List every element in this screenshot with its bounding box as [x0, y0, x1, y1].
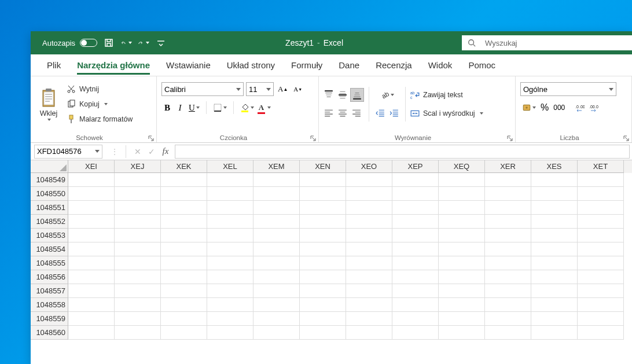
row-header[interactable]: 1048554: [31, 242, 68, 256]
decrease-font-button[interactable]: A▼: [292, 82, 304, 96]
cell[interactable]: [300, 229, 346, 242]
cell[interactable]: [68, 298, 115, 312]
cell[interactable]: [68, 173, 115, 187]
cell[interactable]: [207, 229, 253, 242]
cell[interactable]: [531, 215, 578, 229]
cell[interactable]: [300, 256, 346, 270]
cell[interactable]: [68, 284, 115, 298]
cell[interactable]: [161, 187, 207, 201]
cell[interactable]: [485, 242, 531, 256]
select-all-corner[interactable]: [31, 160, 68, 173]
cell[interactable]: [439, 326, 485, 340]
copy-button[interactable]: Kopiuj: [67, 98, 133, 111]
cell[interactable]: [531, 187, 578, 201]
align-center-button[interactable]: [336, 106, 349, 120]
row-header[interactable]: 1048560: [31, 326, 68, 340]
cell[interactable]: [161, 215, 207, 229]
cell[interactable]: [300, 187, 346, 201]
cell[interactable]: [346, 173, 392, 187]
cell[interactable]: [68, 201, 115, 215]
comma-style-button[interactable]: 000: [552, 101, 567, 115]
underline-button[interactable]: U: [187, 101, 201, 115]
column-header[interactable]: XES: [531, 160, 578, 173]
cell[interactable]: [207, 215, 253, 229]
cell[interactable]: [531, 173, 578, 187]
cell[interactable]: [68, 312, 115, 326]
undo-button[interactable]: [120, 37, 132, 49]
cell[interactable]: [253, 270, 300, 284]
cell[interactable]: [392, 256, 439, 270]
cell[interactable]: [115, 326, 161, 340]
cell[interactable]: [300, 201, 346, 215]
cell[interactable]: [439, 242, 485, 256]
font-size-combo[interactable]: 11: [246, 82, 274, 96]
cell[interactable]: [392, 284, 439, 298]
clipboard-launcher[interactable]: [148, 133, 155, 140]
cell[interactable]: [578, 284, 624, 298]
row-header[interactable]: 1048557: [31, 284, 68, 298]
cell[interactable]: [392, 173, 439, 187]
cut-button[interactable]: Wytnij: [67, 83, 133, 95]
borders-button[interactable]: [211, 101, 229, 115]
orientation-button[interactable]: ab: [374, 88, 400, 102]
formula-input[interactable]: [175, 145, 630, 159]
cell[interactable]: [207, 312, 253, 326]
cell[interactable]: [300, 284, 346, 298]
cell[interactable]: [207, 187, 253, 201]
cell[interactable]: [578, 215, 624, 229]
tab-view[interactable]: Widok: [420, 54, 461, 76]
tab-file[interactable]: Plik: [39, 54, 69, 76]
cell[interactable]: [392, 229, 439, 242]
cell[interactable]: [485, 312, 531, 326]
tab-data[interactable]: Dane: [330, 54, 368, 76]
cell[interactable]: [346, 256, 392, 270]
cell[interactable]: [578, 298, 624, 312]
cell[interactable]: [68, 187, 115, 201]
cell[interactable]: [161, 256, 207, 270]
cell[interactable]: [578, 187, 624, 201]
cell[interactable]: [346, 229, 392, 242]
increase-indent-button[interactable]: [388, 106, 400, 120]
cell[interactable]: [346, 270, 392, 284]
row-header[interactable]: 1048558: [31, 298, 68, 312]
cell[interactable]: [253, 284, 300, 298]
row-header[interactable]: 1048549: [31, 173, 68, 187]
cell[interactable]: [485, 326, 531, 340]
tab-insert[interactable]: Wstawianie: [158, 54, 219, 76]
cell[interactable]: [207, 326, 253, 340]
cell[interactable]: [485, 298, 531, 312]
insert-function-button[interactable]: fx: [159, 145, 172, 159]
row-header[interactable]: 1048552: [31, 215, 68, 229]
enter-formula-button[interactable]: ✓: [145, 145, 159, 159]
cell[interactable]: [485, 201, 531, 215]
decrease-indent-button[interactable]: [374, 106, 387, 120]
cell[interactable]: [531, 242, 578, 256]
column-header[interactable]: XEK: [161, 160, 207, 173]
cell[interactable]: [207, 298, 253, 312]
cell[interactable]: [346, 312, 392, 326]
column-header[interactable]: XEL: [207, 160, 253, 173]
cell[interactable]: [161, 201, 207, 215]
cell[interactable]: [346, 284, 392, 298]
cell[interactable]: [207, 270, 253, 284]
cell[interactable]: [300, 270, 346, 284]
cell[interactable]: [115, 256, 161, 270]
row-header[interactable]: 1048550: [31, 187, 68, 201]
format-painter-button[interactable]: Malarz formatów: [67, 113, 133, 126]
cell[interactable]: [161, 173, 207, 187]
cell[interactable]: [253, 173, 300, 187]
column-header[interactable]: XEM: [253, 160, 300, 173]
cell[interactable]: [68, 229, 115, 242]
row-header[interactable]: 1048556: [31, 270, 68, 284]
cell[interactable]: [161, 284, 207, 298]
cell[interactable]: [578, 312, 624, 326]
cell[interactable]: [392, 242, 439, 256]
percent-button[interactable]: %: [539, 101, 550, 115]
cell[interactable]: [439, 215, 485, 229]
cell[interactable]: [439, 298, 485, 312]
align-left-button[interactable]: [322, 106, 335, 120]
cell[interactable]: [207, 284, 253, 298]
cell[interactable]: [392, 270, 439, 284]
cell[interactable]: [115, 187, 161, 201]
cell[interactable]: [531, 284, 578, 298]
